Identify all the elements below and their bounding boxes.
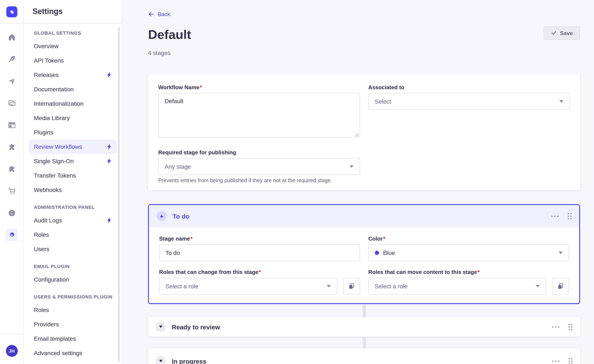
- settings-sidebar-list: GLOBAL SETTINGS Overview API Tokens Rele…: [24, 24, 122, 360]
- stage-todo-header: To do: [149, 205, 579, 227]
- stage-card-ready-to-review: Ready to review: [148, 317, 580, 337]
- color-select[interactable]: Blue: [368, 244, 569, 261]
- sidebar-item-review-workflows[interactable]: Review Workflows: [29, 139, 117, 154]
- stage-connector: [362, 304, 366, 317]
- chevron-down-icon: [326, 285, 331, 287]
- chevron-down-icon: [559, 100, 564, 103]
- sidebar-item-single-sign-on[interactable]: Single Sign-On: [29, 154, 117, 168]
- roles-move-label: Roles that can move content to this stag…: [368, 269, 569, 275]
- sidebar-scrollbar[interactable]: [118, 27, 120, 361]
- stage-title: Ready to review: [172, 323, 220, 330]
- sidebar-item-label: Roles: [34, 306, 49, 313]
- sidebar-item-label: Webhooks: [34, 186, 62, 193]
- required-asterisk: *: [190, 235, 193, 242]
- roles-change-label: Roles that can change from this stage*: [159, 269, 360, 275]
- lightning-icon: [107, 217, 112, 223]
- nav-plugins[interactable]: [0, 136, 23, 158]
- drag-handle-icon[interactable]: [569, 324, 572, 330]
- workflow-name-input[interactable]: Default: [158, 93, 360, 137]
- avatar[interactable]: JH: [6, 345, 18, 357]
- stage-options-menu-icon[interactable]: [552, 359, 559, 363]
- stage-color-group: Color* Blue: [368, 235, 569, 261]
- sidebar-item-label: Advanced settings: [34, 350, 82, 356]
- sidebar-item-label: Audit Logs: [34, 217, 62, 224]
- sidebar-item-audit-logs[interactable]: Audit Logs: [29, 213, 117, 227]
- check-icon: [551, 30, 557, 36]
- lightning-icon: [107, 158, 112, 164]
- associated-to-select[interactable]: Select: [368, 93, 570, 110]
- select-value: Any stage: [165, 163, 191, 170]
- chevron-down-icon: [536, 285, 540, 287]
- sidebar-item-documentation[interactable]: Documentation: [29, 82, 117, 96]
- nav-home[interactable]: [0, 26, 23, 48]
- sidebar-item-label: Overview: [34, 43, 59, 49]
- sidebar-item-overview[interactable]: Overview: [29, 39, 117, 53]
- sidebar-item-label: Media Library: [34, 115, 70, 121]
- select-placeholder: Select: [375, 98, 391, 105]
- resize-grip-icon[interactable]: [354, 133, 358, 137]
- nav-settings[interactable]: [0, 224, 23, 246]
- sidebar-item-admin-roles[interactable]: Roles: [29, 227, 117, 242]
- sidebar-item-label: Email templates: [34, 335, 76, 342]
- section-users-permissions-plugin: USERS & PERMISSIONS PLUGIN: [34, 294, 117, 299]
- expand-stage-button[interactable]: [156, 322, 166, 332]
- required-asterisk: *: [259, 269, 261, 275]
- sidebar-item-internationalization[interactable]: Internationalization: [29, 96, 117, 111]
- nav-purchase[interactable]: [0, 180, 23, 202]
- nav-content-manager[interactable]: [0, 48, 23, 70]
- save-button[interactable]: Save: [543, 26, 580, 40]
- stage-options-menu-icon[interactable]: [551, 214, 559, 218]
- sidebar-item-users[interactable]: Users: [29, 242, 117, 256]
- back-label: Back: [158, 11, 170, 17]
- sidebar-item-up-roles[interactable]: Roles: [29, 303, 117, 317]
- media-library-icon: [7, 99, 16, 107]
- stage-title: In progress: [172, 357, 206, 364]
- associated-to-label: Associated to: [368, 84, 570, 91]
- required-asterisk: *: [200, 84, 202, 91]
- sidebar-item-advanced-settings[interactable]: Advanced settings: [29, 346, 117, 360]
- expand-stage-button[interactable]: [156, 356, 166, 364]
- sidebar-item-label: Internationalization: [34, 100, 84, 107]
- duplicate-icon: [557, 283, 564, 290]
- sidebar-item-media-library[interactable]: Media Library: [29, 111, 117, 125]
- sidebar-item-plugins[interactable]: Plugins: [29, 125, 117, 139]
- stage-options-menu-icon[interactable]: [552, 324, 559, 329]
- sidebar-item-api-tokens[interactable]: API Tokens: [29, 53, 117, 68]
- chevron-down-icon: [159, 360, 162, 362]
- roles-move-select[interactable]: Select a role: [368, 278, 546, 295]
- main-nav-rail: JH: [0, 0, 24, 364]
- save-label: Save: [560, 30, 573, 36]
- nav-content-type-builder[interactable]: [0, 114, 23, 136]
- app-root: JH Settings GLOBAL SETTINGS Overview API…: [0, 0, 594, 364]
- duplicate-icon: [348, 283, 355, 290]
- collapse-stage-button[interactable]: [156, 211, 167, 221]
- stage-name-input[interactable]: [159, 244, 360, 261]
- sidebar-item-webhooks[interactable]: Webhooks: [29, 183, 117, 197]
- sidebar-item-email-templates[interactable]: Email templates: [29, 331, 117, 346]
- sidebar-item-configuration[interactable]: Configuration: [29, 272, 117, 287]
- sidebar-item-label: Transfer Tokens: [34, 172, 76, 179]
- drag-handle-icon[interactable]: [568, 213, 572, 219]
- sidebar-item-label: Review Workflows: [34, 143, 82, 150]
- nav-rail-header: [0, 0, 23, 24]
- strapi-logo[interactable]: [6, 6, 17, 17]
- nav-info[interactable]: [0, 202, 23, 224]
- nav-media-library[interactable]: [0, 92, 23, 114]
- label-text: Color: [368, 235, 383, 242]
- apply-to-all-stages-button[interactable]: [552, 278, 569, 295]
- back-link[interactable]: Back: [148, 11, 170, 17]
- drag-handle-icon[interactable]: [569, 358, 572, 364]
- required-stage-group: Required stage for publishing Any stage …: [158, 149, 360, 184]
- apply-to-all-stages-button[interactable]: [343, 278, 360, 295]
- section-email-plugin: EMAIL PLUGIN: [34, 264, 117, 269]
- stage-todo-body: Stage name* Color* Blue: [149, 227, 579, 303]
- strapi-logo-glyph: [9, 9, 15, 15]
- sidebar-item-transfer-tokens[interactable]: Transfer Tokens: [29, 168, 117, 183]
- sidebar-item-releases[interactable]: Releases: [29, 68, 117, 82]
- stage-title: To do: [173, 212, 189, 220]
- roles-change-select[interactable]: Select a role: [159, 278, 337, 295]
- nav-marketplace[interactable]: [0, 158, 23, 180]
- required-stage-select[interactable]: Any stage: [158, 158, 360, 175]
- nav-releases[interactable]: [0, 70, 23, 92]
- sidebar-item-providers[interactable]: Providers: [29, 317, 117, 331]
